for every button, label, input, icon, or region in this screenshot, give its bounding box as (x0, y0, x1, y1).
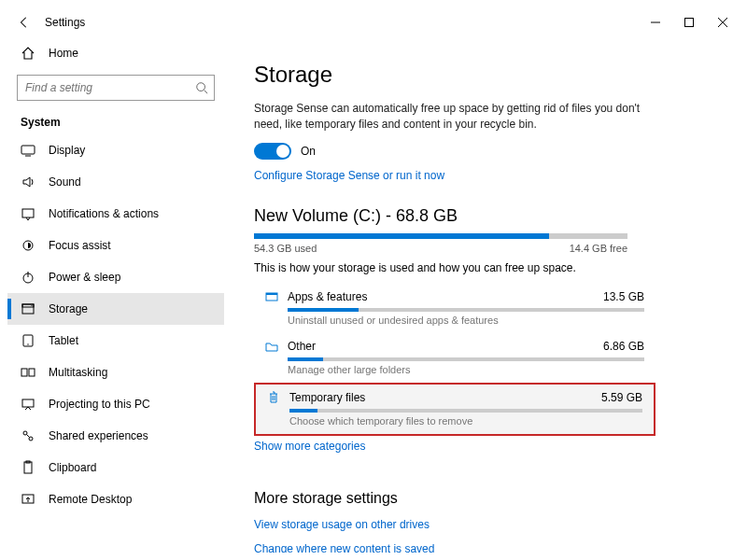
nav-item-label: Multitasking (49, 366, 107, 379)
category-name: Temporary files (289, 391, 365, 404)
svg-rect-1 (685, 19, 694, 27)
nav-item-clipboard[interactable]: Clipboard (7, 452, 224, 483)
svg-rect-18 (29, 369, 35, 376)
clipboard-icon (21, 460, 35, 475)
category-bar (288, 357, 644, 361)
nav-item-storage[interactable]: Storage (7, 293, 224, 325)
svg-rect-8 (22, 209, 34, 217)
svg-rect-19 (22, 399, 34, 407)
tablet-icon (21, 333, 35, 348)
free-label: 14.4 GB free (570, 243, 627, 254)
category-folder[interactable]: Other6.86 GBManage other large folders (254, 333, 655, 383)
svg-point-20 (23, 431, 27, 435)
content: Storage Storage Sense can automatically … (224, 37, 740, 553)
nav-list: DisplaySoundNotifications & actionsFocus… (7, 134, 224, 553)
minimize-button[interactable] (639, 7, 672, 37)
nav-item-notifications[interactable]: Notifications & actions (7, 198, 224, 230)
nav-item-label: Storage (49, 302, 88, 315)
svg-line-5 (204, 91, 208, 94)
more-storage-settings-heading: More storage settings (254, 490, 710, 507)
storage-sense-toggle[interactable] (254, 143, 291, 160)
search-wrap (17, 75, 215, 101)
volume-usage-bar (254, 233, 627, 239)
category-name: Apps & features (288, 290, 367, 303)
nav-home-label: Home (49, 47, 78, 60)
category-size: 6.86 GB (603, 340, 644, 353)
sidebar: Home System DisplaySoundNotifications & … (7, 37, 224, 553)
nav-item-label: Focus assist (49, 239, 111, 252)
window-title: Settings (45, 16, 85, 29)
trash-icon (261, 390, 286, 405)
nav-item-multitasking[interactable]: Multitasking (7, 357, 224, 388)
nav-item-focus[interactable]: Focus assist (7, 230, 224, 261)
folder-icon (260, 339, 284, 354)
usage-description: This is how your storage is used and how… (254, 261, 710, 274)
svg-point-16 (27, 343, 28, 344)
nav-item-label: Display (49, 144, 85, 157)
nav-item-label: Clipboard (49, 461, 96, 474)
storage-icon (21, 301, 35, 316)
svg-point-14 (31, 305, 32, 306)
remote-icon (21, 492, 35, 507)
category-trash[interactable]: Temporary files5.59 GBChoose which tempo… (254, 383, 655, 436)
nav-item-label: Remote Desktop (49, 493, 132, 506)
category-subtext: Manage other large folders (288, 364, 650, 375)
maximize-button[interactable] (672, 7, 706, 37)
apps-icon (260, 289, 284, 304)
storage-sense-description: Storage Sense can automatically free up … (254, 101, 646, 133)
used-label: 54.3 GB used (254, 243, 317, 254)
home-icon (21, 46, 35, 61)
nav-item-power[interactable]: Power & sleep (7, 261, 224, 293)
shared-icon (21, 428, 35, 443)
category-bar (288, 308, 644, 312)
svg-line-22 (27, 435, 30, 438)
back-button[interactable] (7, 7, 41, 37)
category-apps[interactable]: Apps & features13.5 GBUninstall unused o… (254, 284, 655, 333)
search-input[interactable] (17, 75, 215, 101)
category-size: 5.59 GB (601, 391, 642, 404)
toggle-state-label: On (301, 145, 316, 158)
nav-item-display[interactable]: Display (7, 134, 224, 166)
nav-item-shared[interactable]: Shared experiences (7, 420, 224, 452)
category-size: 13.5 GB (603, 290, 644, 303)
multitasking-icon (21, 365, 35, 380)
volume-header: New Volume (C:) - 68.8 GB (254, 206, 710, 226)
svg-rect-23 (24, 462, 32, 473)
nav-item-tablet[interactable]: Tablet (7, 325, 224, 357)
nav-item-sound[interactable]: Sound (7, 166, 224, 198)
sound-icon (21, 175, 35, 189)
projecting-icon (21, 397, 35, 412)
nav-item-label: Sound (49, 175, 81, 189)
page-title: Storage (254, 62, 710, 88)
show-more-categories-link[interactable]: Show more categories (254, 440, 365, 453)
nav-item-label: Power & sleep (49, 271, 120, 284)
notifications-icon (21, 206, 35, 221)
nav-item-label: Shared experiences (49, 429, 148, 442)
svg-point-21 (29, 437, 33, 441)
nav-item-projecting[interactable]: Projecting to this PC (7, 388, 224, 420)
nav-item-remote[interactable]: Remote Desktop (7, 483, 224, 515)
nav-item-label: Projecting to this PC (49, 398, 150, 411)
focus-icon (21, 238, 35, 253)
power-icon (21, 270, 35, 285)
svg-rect-6 (21, 146, 35, 154)
nav-home[interactable]: Home (7, 37, 224, 69)
configure-storage-sense-link[interactable]: Configure Storage Sense or run it now (254, 169, 444, 182)
svg-rect-27 (266, 293, 277, 295)
nav-item-label: Notifications & actions (49, 207, 159, 220)
nav-item-label: Tablet (49, 334, 78, 347)
titlebar: Settings (7, 7, 740, 37)
svg-point-4 (197, 83, 205, 91)
search-icon (194, 80, 209, 95)
category-subtext: Uninstall unused or undesired apps & fea… (288, 315, 650, 326)
close-button[interactable] (706, 7, 740, 37)
group-system-label: System (7, 108, 224, 134)
category-subtext: Choose which temporary files to remove (289, 415, 648, 427)
view-other-drives-link[interactable]: View storage usage on other drives (254, 518, 430, 531)
svg-rect-17 (21, 369, 27, 376)
arrow-left-icon (17, 15, 32, 30)
display-icon (21, 143, 35, 158)
category-name: Other (288, 340, 316, 353)
change-save-location-link[interactable]: Change where new content is saved (254, 542, 434, 553)
category-bar (289, 409, 642, 413)
